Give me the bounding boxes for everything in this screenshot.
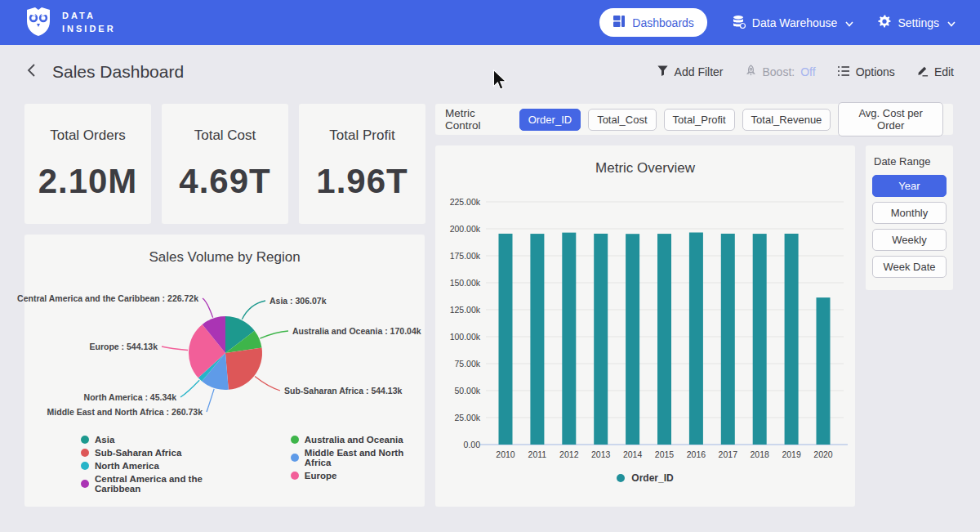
y-tick-label: 125.00k	[450, 305, 481, 315]
legend-dot	[291, 454, 299, 462]
bar-chart-card: Metric Overview 0.0025.00k50.00k75.00k10…	[435, 145, 855, 507]
y-tick-label: 100.00k	[450, 332, 481, 342]
legend-item-europe[interactable]: Europe	[291, 471, 425, 481]
kpi-card-total-cost: Total Cost 4.69T	[162, 104, 288, 224]
pie-slice-label: Europe : 544.13k	[90, 342, 158, 351]
bar-chart: 0.0025.00k50.00k75.00k100.00k125.00k150.…	[435, 145, 855, 507]
rocket-icon	[745, 65, 757, 79]
nav-dashboards-button[interactable]: Dashboards	[599, 8, 707, 37]
legend-item-middle-east-and-north-africa[interactable]: Middle East and North Africa	[291, 448, 425, 467]
nav-data-warehouse-menu[interactable]: Data Warehouse	[732, 15, 854, 31]
metric-option-total-revenue[interactable]: Total_Revenue	[742, 109, 831, 131]
legend-dot	[81, 480, 89, 488]
brand-text: DATA INSIDER	[62, 10, 116, 36]
pie-slice-label: Sub-Saharan Africa : 544.13k	[284, 386, 402, 396]
y-tick-label: 25.00k	[454, 413, 480, 422]
pie-leader-line	[260, 331, 288, 338]
legend-label: Sub-Saharan Africa	[95, 448, 181, 458]
pie-leader-line	[162, 346, 188, 350]
nav-settings-label: Settings	[898, 16, 939, 29]
bar-2020[interactable]	[817, 297, 831, 445]
x-tick-label: 2012	[559, 449, 579, 459]
chevron-down-icon	[845, 16, 853, 29]
pie-leader-line	[203, 298, 213, 318]
add-filter-button[interactable]: Add Filter	[657, 65, 724, 79]
x-tick-label: 2010	[496, 449, 515, 459]
edit-button[interactable]: Edit	[916, 65, 954, 79]
bar-2014[interactable]	[626, 234, 639, 445]
boost-status: Off	[800, 65, 815, 78]
bar-2012[interactable]	[562, 233, 576, 445]
back-button[interactable]	[26, 63, 38, 81]
pie-leader-line	[242, 301, 265, 320]
options-button[interactable]: Options	[837, 65, 895, 79]
kpi-label: Total Orders	[50, 127, 126, 144]
chevron-down-icon	[947, 16, 956, 29]
bar-2015[interactable]	[657, 234, 671, 445]
x-tick-label: 2020	[813, 449, 833, 459]
x-tick-label: 2013	[591, 449, 611, 459]
kpi-value: 4.69T	[179, 162, 270, 201]
date-range-monthly-button[interactable]: Monthly	[872, 202, 947, 224]
y-tick-label: 75.00k	[454, 359, 480, 369]
bar-2018[interactable]	[753, 234, 767, 445]
x-tick-label: 2017	[719, 449, 738, 459]
bar-chart-legend[interactable]: Order_ID	[435, 472, 855, 484]
filter-icon	[657, 65, 669, 79]
pie-slice-label: Asia : 306.07k	[270, 296, 326, 306]
brand: DATA INSIDER	[24, 7, 116, 39]
nav-data-warehouse-label: Data Warehouse	[752, 16, 838, 29]
dashboard-grid-icon	[612, 15, 626, 30]
y-tick-label: 50.00k	[454, 386, 480, 396]
legend-dot	[81, 462, 89, 470]
legend-item-central-america-and-the-caribbean[interactable]: Central America and the Caribbean	[81, 474, 242, 494]
legend-item-australia-and-oceania[interactable]: Australia and Oceania	[291, 435, 425, 445]
kpi-label: Total Profit	[329, 127, 394, 144]
bar-2017[interactable]	[721, 234, 735, 445]
date-range-panel: Date Range Year Monthly Weekly Week Date	[866, 145, 953, 290]
date-range-label: Date Range	[874, 155, 947, 168]
legend-label: Central America and the Caribbean	[95, 474, 242, 494]
pie-legend: AsiaSub-Saharan AfricaNorth AmericaCentr…	[81, 435, 425, 494]
x-tick-label: 2011	[528, 449, 547, 459]
legend-dot	[291, 472, 299, 480]
bar-2016[interactable]	[689, 232, 703, 445]
owl-logo-icon	[24, 7, 52, 39]
x-tick-label: 2014	[623, 449, 643, 459]
metric-option-avg-cost[interactable]: Avg. Cost per Order	[838, 102, 943, 136]
pie-leader-line	[207, 389, 214, 412]
date-range-week-date-button[interactable]: Week Date	[872, 256, 947, 278]
legend-item-sub-saharan-africa[interactable]: Sub-Saharan Africa	[81, 448, 242, 458]
pie-leader-line	[180, 380, 199, 397]
legend-dot	[81, 436, 89, 444]
pie-slice-label: Middle East and North Africa : 260.73k	[47, 407, 203, 417]
legend-label: North America	[95, 461, 159, 471]
bar-2019[interactable]	[785, 234, 799, 445]
x-tick-label: 2016	[687, 449, 706, 459]
date-range-year-button[interactable]: Year	[872, 175, 947, 197]
x-tick-label: 2018	[751, 449, 770, 459]
metric-option-total-profit[interactable]: Total_Profit	[664, 109, 735, 131]
pencil-icon	[916, 65, 929, 79]
y-tick-label: 200.00k	[450, 224, 481, 234]
kpi-card-total-profit: Total Profit 1.96T	[299, 104, 425, 224]
metric-option-order-id[interactable]: Order_ID	[519, 109, 581, 131]
kpi-label: Total Cost	[194, 127, 256, 144]
boost-toggle[interactable]: Boost: Off	[745, 65, 816, 79]
date-range-weekly-button[interactable]: Weekly	[872, 229, 947, 251]
pie-slice-sub-saharan-africa[interactable]	[225, 348, 262, 390]
legend-item-north-america[interactable]: North America	[81, 461, 242, 471]
page-title: Sales Dashboard	[52, 62, 184, 82]
metric-control-label: Metric Control	[445, 107, 509, 132]
bar-2010[interactable]	[499, 234, 513, 445]
gear-icon	[878, 15, 891, 30]
pie-slice-label: North America : 45.34k	[84, 392, 176, 402]
navbar: DATA INSIDER Dashboards	[0, 0, 980, 45]
metric-option-total-cost[interactable]: Total_Cost	[588, 109, 656, 131]
bar-2011[interactable]	[530, 234, 544, 445]
pie-slice-label: Australia and Oceania : 170.04k	[292, 326, 421, 336]
bar-2013[interactable]	[594, 234, 608, 445]
legend-item-asia[interactable]: Asia	[81, 435, 242, 445]
nav-settings-menu[interactable]: Settings	[878, 15, 956, 30]
legend-label: Order_ID	[631, 472, 673, 484]
